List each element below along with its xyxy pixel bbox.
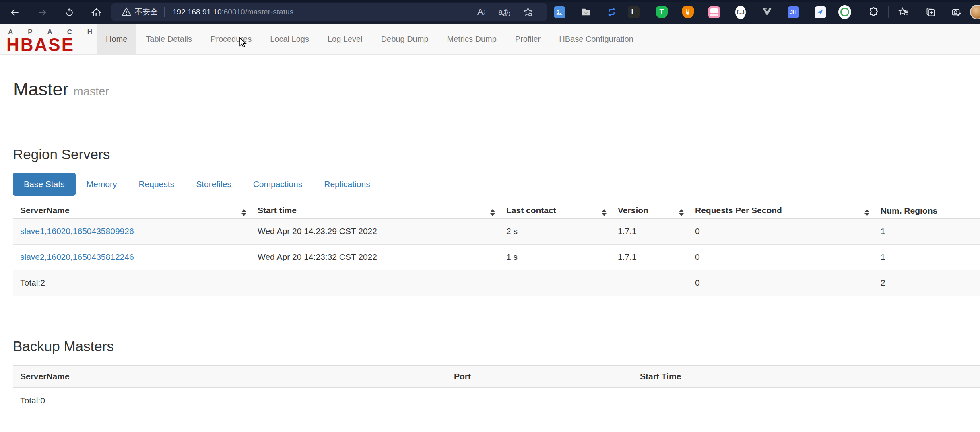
- rabbit-shield-extension-icon[interactable]: [681, 6, 694, 19]
- read-aloud-icon[interactable]: A): [473, 6, 489, 18]
- col-start-time: Start Time: [633, 366, 980, 388]
- divider: [13, 114, 974, 114]
- server-link-slave2[interactable]: slave2,16020,1650435812246: [20, 252, 134, 261]
- region-servers-header-row: ServerName Start time Last contact Versi…: [13, 203, 980, 218]
- url-text[interactable]: 192.168.91.10:60010/master-status: [173, 8, 293, 16]
- ring-extension-icon[interactable]: [838, 6, 851, 19]
- cell-start-time: Wed Apr 20 14:23:29 CST 2022: [250, 218, 499, 244]
- divider: [13, 311, 974, 311]
- col-requests-per-second[interactable]: Requests Per Second: [688, 203, 873, 218]
- forward-button[interactable]: [35, 5, 50, 20]
- bird-extension-icon[interactable]: [814, 6, 827, 19]
- logo-hbase-text: HBASE: [6, 36, 92, 53]
- nav-item-home[interactable]: Home: [97, 24, 136, 54]
- tab-base-stats[interactable]: Base Stats: [13, 173, 76, 196]
- cell-version: 1.7.1: [611, 244, 688, 270]
- image-extension-icon[interactable]: [553, 6, 566, 19]
- col-servername[interactable]: ServerName: [13, 203, 250, 218]
- col-port: Port: [447, 366, 633, 388]
- tab-requests[interactable]: Requests: [128, 173, 185, 196]
- not-secure-warning-icon: [122, 7, 131, 17]
- nav-item-debug-dump[interactable]: Debug Dump: [372, 24, 438, 54]
- cell-version: 1.7.1: [611, 218, 688, 244]
- cell-total-regions: 2: [873, 270, 980, 296]
- security-label[interactable]: 不安全: [135, 7, 158, 17]
- cell-total-label: Total:2: [13, 270, 250, 296]
- nav-item-table-details[interactable]: Table Details: [136, 24, 201, 54]
- hbase-logo[interactable]: A P A C H E HBASE: [6, 28, 92, 52]
- cell-empty: [447, 388, 633, 413]
- cell-last-contact: 1 s: [499, 244, 611, 270]
- json-formatter-extension-icon[interactable]: {…}: [734, 6, 747, 19]
- cell-empty: [633, 388, 980, 413]
- cell-requests-per-second: 0: [688, 244, 873, 270]
- backup-masters-table: ServerName Port Start Time Total:0: [13, 365, 980, 413]
- col-version[interactable]: Version: [611, 203, 688, 218]
- url-path: :60010/master-status: [222, 8, 293, 16]
- browser-toolbar: 不安全 192.168.91.10:60010/master-status A)…: [0, 0, 980, 24]
- nav-item-hbase-configuration[interactable]: HBase Configuration: [550, 24, 643, 54]
- collections-star-icon[interactable]: [897, 6, 910, 19]
- jh-extension-icon[interactable]: JH: [787, 6, 800, 19]
- cell-servername: slave2,16020,1650435812246: [13, 244, 250, 270]
- extensions-puzzle-icon[interactable]: [867, 6, 880, 19]
- nav-item-local-logs[interactable]: Local Logs: [261, 24, 318, 54]
- cell-start-time: Wed Apr 20 14:23:32 CST 2022: [250, 244, 499, 270]
- sort-icon[interactable]: [602, 209, 607, 216]
- tampermonkey-extension-icon[interactable]: T: [655, 6, 668, 19]
- nav-items: Home Table Details Procedures Local Logs…: [97, 24, 643, 54]
- nav-item-profiler[interactable]: Profiler: [506, 24, 550, 54]
- sync-arrows-extension-icon[interactable]: [605, 6, 618, 19]
- url-host: 192.168.91.10: [173, 8, 222, 16]
- web-capture-icon[interactable]: [950, 6, 963, 19]
- folder-extension-icon[interactable]: [580, 6, 592, 19]
- profile-avatar[interactable]: [970, 5, 980, 19]
- listly-extension-icon[interactable]: L: [627, 6, 640, 19]
- window-top-edge: [0, 0, 980, 2]
- cell-requests-per-second: 0: [688, 218, 873, 244]
- cell-servername: slave1,16020,1650435809926: [13, 218, 250, 244]
- nav-item-log-level[interactable]: Log Level: [318, 24, 372, 54]
- vue-devtools-extension-icon[interactable]: [761, 6, 774, 19]
- backup-masters-heading: Backup Masters: [13, 338, 114, 354]
- refresh-button[interactable]: [62, 5, 77, 20]
- nav-item-procedures[interactable]: Procedures: [201, 24, 261, 54]
- address-divider: [164, 7, 165, 17]
- tab-storefiles[interactable]: Storefiles: [185, 173, 242, 196]
- translate-icon[interactable]: aあ: [497, 6, 513, 18]
- col-start-time[interactable]: Start time: [250, 203, 499, 218]
- nav-item-metrics-dump[interactable]: Metrics Dump: [438, 24, 506, 54]
- col-last-contact[interactable]: Last contact: [499, 203, 611, 218]
- tab-memory[interactable]: Memory: [76, 173, 128, 196]
- table-row: slave2,16020,1650435812246 Wed Apr 20 14…: [13, 244, 980, 270]
- page-title-text: Master: [13, 79, 69, 99]
- cell-total-label: Total:0: [13, 388, 447, 413]
- total-row: Total:0: [13, 388, 980, 413]
- region-servers-heading: Region Servers: [13, 146, 110, 163]
- home-button[interactable]: [89, 5, 104, 20]
- sort-icon[interactable]: [679, 209, 684, 216]
- cell-empty: [611, 270, 688, 296]
- page-title: Mastermaster: [13, 79, 109, 100]
- total-row: Total:2 0 2: [13, 270, 980, 296]
- favorites-add-icon[interactable]: [520, 6, 536, 18]
- cell-empty: [499, 270, 611, 296]
- back-button[interactable]: [7, 5, 23, 20]
- cell-num-regions: 1: [873, 218, 980, 244]
- sort-icon[interactable]: [241, 209, 246, 216]
- server-link-slave1[interactable]: slave1,16020,1650435809926: [20, 226, 134, 236]
- tab-replications[interactable]: Replications: [313, 173, 381, 196]
- cell-empty: [250, 270, 499, 296]
- cell-last-contact: 2 s: [499, 218, 611, 244]
- address-bar[interactable]: 不安全 192.168.91.10:60010/master-status A)…: [111, 3, 547, 21]
- region-servers-tabs: Base Stats Memory Requests Storefiles Co…: [13, 173, 381, 196]
- screen: 不安全 192.168.91.10:60010/master-status A)…: [0, 0, 980, 432]
- site-nav: A P A C H E HBASE Home Table Details Pro…: [0, 24, 980, 55]
- backup-masters-header-row: ServerName Port Start Time: [13, 366, 980, 388]
- sort-icon[interactable]: [864, 209, 869, 216]
- add-tabs-icon[interactable]: [924, 6, 937, 19]
- bilibili-extension-icon[interactable]: [708, 6, 720, 19]
- col-num-regions[interactable]: Num. Regions: [873, 203, 980, 218]
- sort-icon[interactable]: [490, 209, 495, 216]
- tab-compactions[interactable]: Compactions: [242, 173, 314, 196]
